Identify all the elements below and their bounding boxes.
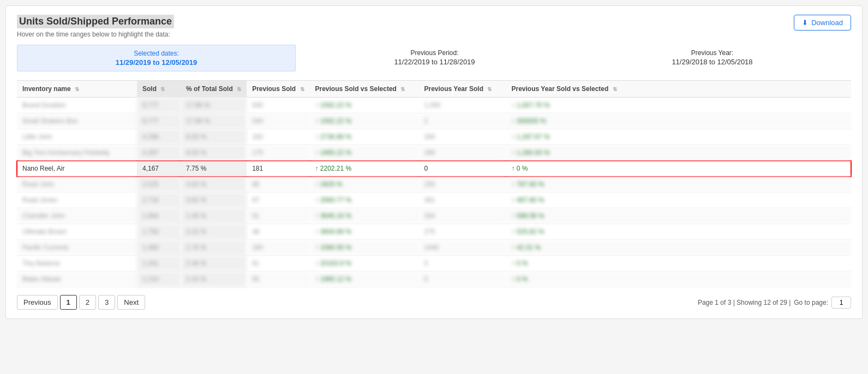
- col-header-yr-sold[interactable]: Previous Year Sold ⇅: [419, 81, 506, 98]
- cell-sold: 4,387: [137, 145, 181, 161]
- col-header-prev-sold[interactable]: Previous Sold ⇅: [247, 81, 309, 98]
- cell-yr-vs: ↑ 487.80 %: [506, 192, 852, 208]
- cell-name: Road Jones: [17, 192, 137, 208]
- cell-prev-vs: ↑ 2825 %: [310, 177, 419, 192]
- cell-name: Small Shakers Box: [17, 113, 137, 129]
- cell-sold: 2,525: [137, 177, 181, 192]
- cell-sold: 1,480: [137, 240, 181, 256]
- cell-yr-vs: ↑ 0 %: [506, 272, 852, 287]
- cell-prev-vs: ↑ 3604.89 %: [310, 224, 419, 240]
- goto-input[interactable]: [831, 297, 851, 309]
- cell-prev-vs: ↑ 1965.12 %: [310, 272, 419, 287]
- cell-pct: 17.86 %: [181, 113, 247, 129]
- cell-prev-sold: 61: [247, 208, 309, 224]
- cell-pct: 3.22 %: [181, 224, 247, 240]
- sort-icon-prev-sold[interactable]: ⇅: [300, 86, 304, 92]
- cell-name: Ultimate Brown: [17, 224, 137, 240]
- cell-prev-vs: ↑ 2660.77 %: [310, 192, 419, 208]
- cell-name: Chandler John: [17, 208, 137, 224]
- download-icon: ⬇: [802, 19, 808, 27]
- cell-yr-vs: ↑ 1,007.70 %: [506, 98, 852, 113]
- cell-pct: 8.93 %: [181, 129, 247, 145]
- cell-sold: 8,777: [137, 113, 181, 129]
- cell-yr-vs: ↑ 588.58 %: [506, 208, 852, 224]
- cell-name: Nano Reel, Air: [17, 161, 137, 177]
- sort-icon-yr-vs[interactable]: ⇅: [613, 86, 617, 92]
- sort-icon-name[interactable]: ⇅: [75, 86, 79, 92]
- cell-yr-sold: 300: [419, 129, 506, 145]
- col-header-name[interactable]: Inventory name ⇅: [17, 81, 137, 98]
- cell-pct: 2.76 %: [181, 240, 247, 256]
- cell-yr-sold: 0: [419, 272, 506, 287]
- cell-sold: 1,210: [137, 272, 181, 287]
- download-label: Download: [811, 19, 843, 27]
- cell-pct: 7.75 %: [181, 161, 247, 177]
- cell-sold: 4,167: [137, 161, 181, 177]
- cell-prev-sold: 67: [247, 192, 309, 208]
- cell-yr-vs: ↑ 0 %: [506, 256, 852, 272]
- previous-year-label: Previous Year:: [580, 49, 845, 57]
- cell-prev-vs: ↑ 3645.16 %: [310, 208, 419, 224]
- col-prev-sold-label: Previous Sold: [252, 85, 296, 93]
- next-button[interactable]: Next: [117, 295, 145, 310]
- col-sold-label: Sold: [142, 85, 157, 93]
- pagination-summary-area: Page 1 of 3 | Showing 12 of 29 | Go to p…: [698, 297, 851, 309]
- cell-yr-vs: ↑ 300000 %: [506, 113, 852, 129]
- sort-icon-sold[interactable]: ⇅: [160, 86, 165, 92]
- selected-date-label: Selected dates:: [24, 50, 289, 57]
- sort-icon-pct[interactable]: ⇅: [237, 86, 241, 92]
- cell-prev-vs: ↑ 20163.9 %: [310, 256, 419, 272]
- col-prev-vs-label: Previous Sold vs Selected: [315, 85, 397, 93]
- cell-sold: 1,750: [137, 224, 181, 240]
- col-header-prev-vs[interactable]: Previous Sold vs Selected ⇅: [310, 81, 419, 98]
- cell-pct: 17.86 %: [181, 98, 247, 113]
- sort-icon-prev-vs[interactable]: ⇅: [400, 86, 405, 92]
- previous-button[interactable]: Previous: [17, 295, 58, 310]
- cell-pct: 3.82 %: [181, 192, 247, 208]
- download-button[interactable]: ⬇ Download: [794, 15, 851, 31]
- cell-sold: 8,777: [137, 98, 181, 113]
- cell-name: Pacific Currents: [17, 240, 137, 256]
- cell-prev-sold: 48: [247, 224, 309, 240]
- page-subtitle: Hover on the time ranges below to highli…: [17, 31, 174, 38]
- selected-date-block[interactable]: Selected dates: 11/29/2019 to 12/05/2019: [17, 45, 296, 71]
- col-header-sold[interactable]: Sold ⇅: [137, 81, 181, 98]
- cell-yr-sold: 275: [419, 224, 506, 240]
- cell-prev-vs: ↑ 2202.21 %: [310, 161, 419, 177]
- cell-name: Little John: [17, 129, 137, 145]
- previous-period-block[interactable]: Previous Period: 11/22/2019 to 11/28/201…: [296, 45, 573, 71]
- col-pct-label: % of Total Sold: [186, 85, 233, 93]
- cell-yr-vs: ↑ 1,280.93 %: [506, 145, 852, 161]
- col-header-pct[interactable]: % of Total Sold ⇅: [181, 81, 247, 98]
- cell-yr-sold: 2: [419, 113, 506, 129]
- selected-date-value: 11/29/2019 to 12/05/2019: [24, 58, 289, 67]
- cell-prev-vs: ↑ 1865.22 %: [310, 145, 419, 161]
- page-3-button[interactable]: 3: [98, 295, 115, 310]
- cell-yr-sold: 264: [419, 208, 506, 224]
- cell-prev-sold: 181: [247, 161, 309, 177]
- cell-yr-vs: ↑ 42.31 %: [506, 240, 852, 256]
- cell-pct: 2.46 %: [181, 256, 247, 272]
- cell-yr-sold: 0: [419, 161, 506, 177]
- cell-prev-vs: ↑ 2736.88 %: [310, 129, 419, 145]
- previous-period-label: Previous Period:: [302, 49, 567, 57]
- col-name-label: Inventory name: [22, 85, 71, 93]
- page-2-button[interactable]: 2: [79, 295, 96, 310]
- cell-yr-sold: 250: [419, 177, 506, 192]
- previous-year-block[interactable]: Previous Year: 11/29/2018 to 12/05/2018: [573, 45, 851, 71]
- cell-name: Road John: [17, 177, 137, 192]
- cell-prev-vs: ↑ 1562.22 %: [310, 98, 419, 113]
- pagination-summary: Page 1 of 3 | Showing 12 of 29 |: [698, 299, 791, 306]
- cell-prev-sold: 61: [247, 256, 309, 272]
- cell-sold: 2,716: [137, 192, 181, 208]
- cell-pct: 8.93 %: [181, 145, 247, 161]
- col-header-yr-vs[interactable]: Previous Year Sold vs Selected ⇅: [506, 81, 852, 98]
- page-1-button[interactable]: 1: [60, 295, 77, 310]
- sort-icon-yr-sold[interactable]: ⇅: [487, 86, 492, 92]
- cell-prev-sold: 86: [247, 177, 309, 192]
- previous-period-value: 11/22/2019 to 11/28/2019: [302, 58, 567, 66]
- cell-yr-sold: 280: [419, 145, 506, 161]
- cell-prev-sold: 65: [247, 272, 309, 287]
- cell-sold: 1,864: [137, 208, 181, 224]
- col-yr-sold-label: Previous Year Sold: [424, 85, 484, 93]
